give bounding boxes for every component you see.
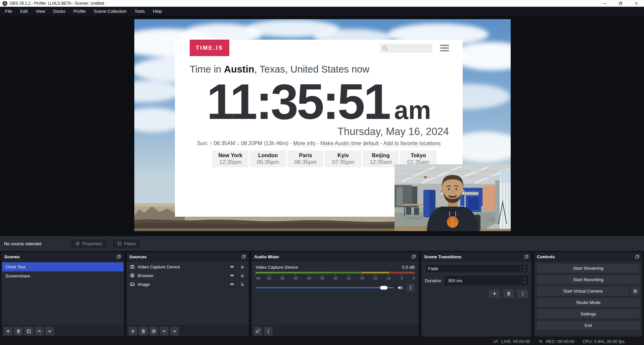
visibility-eye-icon[interactable]	[230, 273, 234, 278]
speaker-icon[interactable]	[397, 285, 403, 291]
popout-icon	[635, 254, 640, 259]
sources-panel: Sources Video Capture Device Browser Ima…	[126, 252, 249, 337]
add-source-button[interactable]	[129, 327, 137, 336]
combo-arrows-icon[interactable]	[521, 264, 528, 273]
menubar: File Edit View Docks Profile Scene Colle…	[0, 7, 644, 16]
chevron-down-icon	[172, 329, 177, 334]
transition-properties-button[interactable]	[517, 289, 528, 298]
menu-item-view[interactable]: View	[32, 7, 49, 16]
add-scene-button[interactable]	[4, 327, 12, 336]
start-recording-button[interactable]: Start Recording	[537, 275, 640, 284]
meter-tick-label: -60	[256, 276, 260, 280]
menu-item-file[interactable]: File	[1, 7, 16, 16]
close-button[interactable]	[628, 0, 644, 7]
menu-item-profile[interactable]: Profile	[69, 7, 90, 16]
exit-button[interactable]: Exit	[537, 321, 640, 330]
add-transition-button[interactable]	[489, 289, 500, 298]
remove-source-button[interactable]	[139, 327, 148, 336]
duration-label: Duration	[425, 278, 441, 283]
start-virtual-camera-button[interactable]: Start Virtual Camera	[537, 287, 629, 296]
meter-tick-label: -40	[306, 276, 311, 280]
studio-mode-button[interactable]: Studio Mode	[537, 298, 640, 307]
link-add-favorite: Add to favorite locations	[383, 140, 441, 146]
filters-button[interactable]: Filters	[113, 239, 140, 248]
meter-tick-label: -25	[346, 276, 351, 280]
maximize-button[interactable]	[612, 0, 628, 7]
menu-item-scene-collection[interactable]: Scene Collection	[90, 7, 131, 16]
lock-icon[interactable]	[240, 273, 245, 278]
window-title: OBS 29.1.2 - Profile: LLHLS BETA - Scene…	[10, 1, 104, 6]
source-properties-button[interactable]	[149, 327, 158, 336]
volume-slider[interactable]	[256, 286, 394, 290]
meter-tick-label: -50	[280, 276, 284, 280]
visibility-eye-icon[interactable]	[230, 264, 234, 269]
remove-transition-button[interactable]	[503, 289, 514, 298]
current-date: Thursday, May 16, 2024	[337, 126, 449, 138]
menu-item-tools[interactable]: Tools	[131, 7, 149, 16]
move-scene-down-button[interactable]	[45, 327, 54, 336]
start-streaming-button[interactable]: Start Streaming	[537, 264, 640, 273]
trash-icon	[141, 329, 146, 334]
program-canvas[interactable]: TIME.IS Time in Austin, Texas, United St…	[134, 19, 511, 231]
meter-scale: -60 -55 -50 -45 -40 -35 -30 -25 -20 -15 …	[256, 274, 415, 281]
transition-selected-value: Fade	[428, 266, 438, 271]
scenes-list: Clock Test Screenshare	[2, 261, 124, 325]
source-label: Video Capture Device	[138, 264, 227, 269]
visibility-eye-icon[interactable]	[230, 282, 234, 287]
chevron-down-icon	[47, 329, 52, 334]
double-gear-icon	[256, 329, 260, 334]
live-status: LIVE: 00:00:00	[493, 339, 530, 344]
meter-tick-label: -45	[293, 276, 297, 280]
plus-icon	[492, 291, 497, 296]
audio-mixer-panel-header[interactable]: Audio Mixer	[251, 252, 419, 261]
mixer-options-button[interactable]	[407, 284, 415, 292]
meter-tick-label: -30	[333, 276, 337, 280]
scene-transitions-panel-header[interactable]: Scene Transitions	[421, 252, 532, 261]
cpu-status: CPU: 0.6%, 30.00 fps	[583, 339, 625, 344]
meter-tick-label: -55	[266, 276, 271, 280]
source-row-video-capture-device[interactable]: Video Capture Device	[127, 262, 249, 271]
lock-icon[interactable]	[240, 264, 245, 269]
menu-item-docks[interactable]: Docks	[49, 7, 69, 16]
volume-slider-handle[interactable]	[380, 286, 387, 290]
city-card: New York12:35pm	[212, 150, 248, 167]
image-icon	[130, 282, 135, 287]
scene-item-screenshare[interactable]: Screenshare	[2, 271, 124, 281]
dots-icon	[408, 285, 413, 290]
camera-icon	[130, 264, 135, 269]
hamburger-menu-icon	[440, 45, 449, 51]
advanced-audio-properties-button[interactable]	[254, 327, 262, 336]
popout-icon	[241, 254, 246, 259]
move-source-down-button[interactable]	[170, 327, 179, 336]
plus-icon	[131, 329, 135, 334]
scenes-panel-header[interactable]: Scenes	[2, 252, 124, 261]
move-source-up-button[interactable]	[160, 327, 169, 336]
virtual-camera-config-button[interactable]	[631, 287, 640, 296]
duration-spinbox[interactable]: 300 ms	[445, 276, 528, 285]
source-row-image[interactable]: Image	[127, 280, 249, 289]
transition-select[interactable]: Fade	[425, 264, 528, 273]
lock-icon[interactable]	[240, 282, 245, 287]
menu-item-edit[interactable]: Edit	[16, 7, 32, 16]
move-scene-up-button[interactable]	[35, 327, 44, 336]
rec-status: REC: 00:00:00	[538, 339, 574, 344]
menu-item-help[interactable]: Help	[149, 7, 166, 16]
popout-icon	[117, 254, 121, 259]
city-card: Beijing12:35am	[363, 150, 399, 167]
mixer-menu-button[interactable]	[264, 327, 273, 336]
controls-panel-header[interactable]: Controls	[534, 252, 642, 261]
scene-item-clock-test[interactable]: Clock Test	[2, 262, 124, 271]
source-row-browser[interactable]: Browser	[127, 271, 249, 280]
popout-icon	[524, 254, 529, 259]
spin-arrows-icon[interactable]	[523, 276, 526, 285]
city-card: Paris06:35pm	[287, 150, 324, 167]
remove-scene-button[interactable]	[14, 327, 23, 336]
properties-button[interactable]: Properties	[71, 239, 106, 248]
minimize-button[interactable]	[597, 0, 612, 7]
sources-panel-header[interactable]: Sources	[127, 252, 249, 261]
timeis-search-box	[380, 44, 432, 53]
settings-button[interactable]: Settings	[537, 309, 640, 318]
audio-mixer-panel: Audio Mixer Video Capture Device 0.0 dB …	[251, 252, 419, 337]
minimize-icon	[602, 1, 607, 6]
scene-filters-button[interactable]	[25, 327, 33, 336]
